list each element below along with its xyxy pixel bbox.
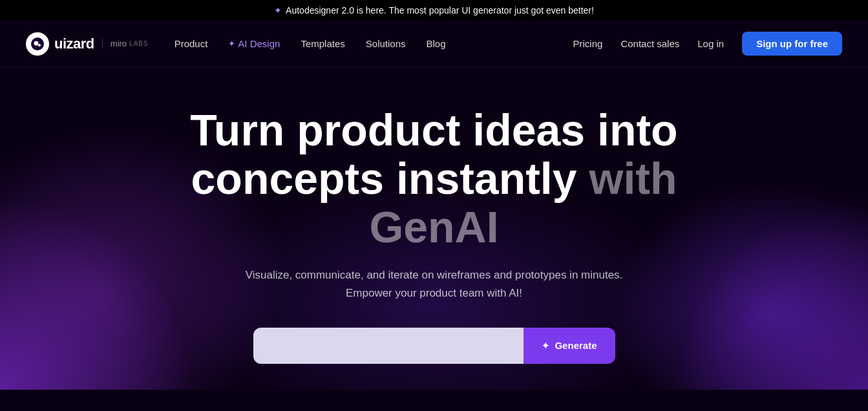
generate-input[interactable]	[253, 328, 524, 364]
signup-button[interactable]: Sign up for free	[742, 32, 842, 56]
announcement-text: Autodesigner 2.0 is here. The most popul…	[286, 5, 594, 16]
generate-button-label: Generate	[555, 340, 597, 351]
logo-area: uizard miro LABS	[26, 32, 149, 56]
generate-sparkle-icon: ✦	[542, 341, 549, 351]
navbar-right: Pricing Contact sales Log in Sign up for…	[573, 32, 842, 56]
ai-sparkle-icon: ✦	[228, 39, 235, 48]
nav-link-blog[interactable]: Blog	[427, 38, 446, 49]
svg-point-1	[34, 41, 39, 45]
hero-section: Turn product ideas into concepts instant…	[0, 67, 868, 390]
labs-text: LABS	[129, 40, 149, 47]
svg-point-2	[38, 44, 41, 47]
navbar: uizard miro LABS Product ✦ AI Design Tem…	[0, 21, 868, 67]
nav-link-ai-design[interactable]: ✦ AI Design	[228, 38, 280, 49]
hero-title-line2: concepts instantly	[191, 154, 577, 203]
nav-link-contact-sales[interactable]: Contact sales	[620, 38, 679, 49]
miro-text: miro	[111, 39, 127, 48]
logo-icon	[26, 32, 49, 56]
hero-subtitle: Visualize, communicate, and iterate on w…	[240, 266, 628, 301]
logo-text: uizard	[54, 36, 94, 52]
navbar-left: uizard miro LABS Product ✦ AI Design Tem…	[26, 32, 446, 56]
nav-link-pricing[interactable]: Pricing	[573, 38, 603, 49]
nav-link-solutions[interactable]: Solutions	[366, 38, 406, 49]
announcement-sparkle: ✦	[274, 5, 282, 16]
nav-link-templates[interactable]: Templates	[301, 38, 344, 49]
nav-link-ai-design-label: AI Design	[238, 38, 280, 49]
nav-link-login[interactable]: Log in	[697, 38, 724, 49]
hero-title: Turn product ideas into concepts instant…	[143, 106, 725, 251]
announcement-bar: ✦ Autodesigner 2.0 is here. The most pop…	[0, 0, 868, 21]
nav-link-product[interactable]: Product	[175, 38, 208, 49]
miro-badge: miro LABS	[102, 39, 149, 48]
generate-button[interactable]: ✦ Generate	[524, 328, 615, 364]
uizard-logo[interactable]: uizard	[26, 32, 94, 56]
nav-links: Product ✦ AI Design Templates Solutions …	[175, 38, 446, 49]
cta-container: ✦ Generate	[253, 328, 615, 364]
hero-title-line1: Turn product ideas into	[190, 105, 677, 154]
